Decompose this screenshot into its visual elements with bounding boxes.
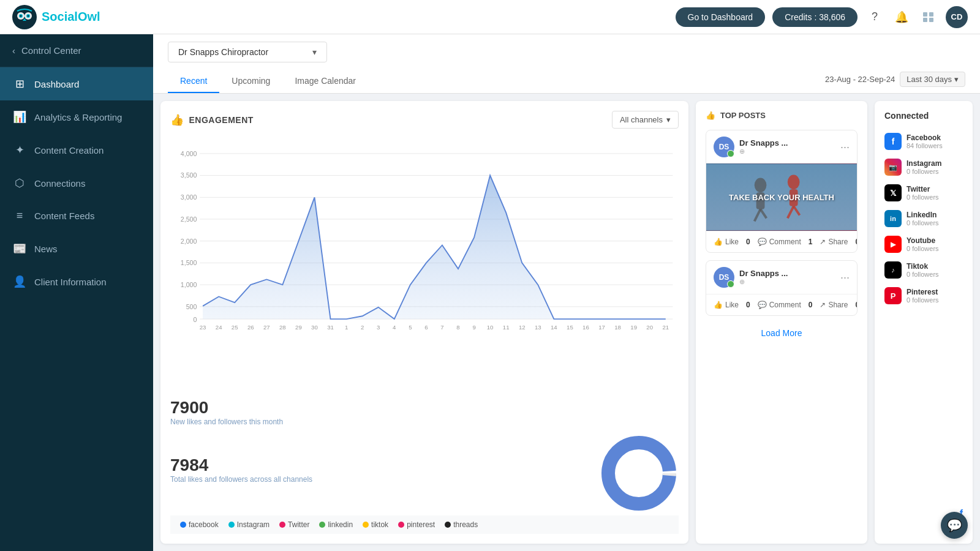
engagement-title-text: ENGAGEMENT: [189, 115, 254, 125]
logo[interactable]: SocialOwl: [12, 5, 100, 29]
post-2-author: DS Dr Snapps ... ⊕: [714, 267, 788, 288]
facebook-icon: f: [884, 133, 902, 150]
svg-text:23: 23: [200, 324, 206, 331]
grid-menu-icon[interactable]: [919, 7, 938, 27]
connected-linkedin[interactable]: in LinkedIn 0 followers: [884, 206, 963, 231]
twitter-info: Twitter 0 followers: [907, 185, 963, 201]
sidebar-label-news: News: [34, 244, 58, 254]
legend-label-facebook: facebook: [189, 520, 219, 529]
panels-row: 👍 ENGAGEMENT All channels ▾: [153, 94, 980, 551]
legend-tiktok: tiktok: [363, 520, 388, 529]
sidebar-item-analytics[interactable]: 📊 Analytics & Reporting: [0, 100, 153, 133]
svg-point-62: [755, 178, 767, 193]
sidebar: ‹ Control Center ⊞ Dashboard 📊 Analytics…: [0, 34, 153, 551]
content-area: Dr Snapps Chiropractor ▾ Recent Upcoming…: [153, 34, 980, 551]
comment-icon: 💬: [758, 238, 767, 246]
sidebar-item-news[interactable]: 📰 News: [0, 232, 153, 265]
channels-dropdown[interactable]: All channels ▾: [612, 111, 679, 129]
instagram-followers: 0 followers: [907, 168, 963, 175]
credits-button[interactable]: Credits : 38,606: [772, 7, 858, 27]
engagement-panel-header: 👍 ENGAGEMENT All channels ▾: [170, 111, 679, 129]
legend-bar: facebook Instagram Twitter linkedin: [170, 515, 679, 534]
sub-header: Dr Snapps Chiropractor ▾ Recent Upcoming…: [153, 34, 980, 94]
youtube-followers: 0 followers: [907, 245, 963, 252]
tab-image-calendar[interactable]: Image Calendar: [282, 70, 368, 93]
account-dropdown[interactable]: Dr Snapps Chiropractor ▾: [168, 42, 327, 62]
post-1-image: TAKE BACK YOUR HEALTH: [706, 163, 857, 231]
chart-svg: 4,000 3,500 3,000 2,500 2,000 1,500 1,00…: [170, 138, 679, 334]
connections-icon: ⬡: [12, 176, 27, 190]
post-2-more-button[interactable]: ···: [840, 271, 850, 284]
linkedin-info: LinkedIn 0 followers: [907, 211, 963, 227]
sidebar-item-client-info[interactable]: 👤 Client Information: [0, 265, 153, 298]
svg-point-6: [28, 15, 29, 17]
sidebar-item-dashboard[interactable]: ⊞ Dashboard: [0, 67, 153, 100]
svg-text:15: 15: [567, 324, 573, 331]
connected-youtube[interactable]: ▶ Youtube 0 followers: [884, 232, 963, 257]
connected-twitter[interactable]: 𝕏 Twitter 0 followers: [884, 181, 963, 205]
svg-text:13: 13: [535, 324, 541, 331]
go-to-dashboard-button[interactable]: Go to Dashboard: [676, 7, 766, 27]
sidebar-item-connections[interactable]: ⬡ Connections: [0, 167, 153, 200]
connected-facebook[interactable]: f Facebook 84 followers: [884, 129, 963, 154]
share-icon: ↗: [820, 238, 826, 246]
connected-instagram[interactable]: 📷 Instagram 0 followers: [884, 155, 963, 179]
chat-bubble-button[interactable]: 💬: [941, 512, 968, 539]
sidebar-label-analytics: Analytics & Reporting: [34, 112, 122, 122]
post-2-name: Dr Snapps ...: [739, 269, 788, 278]
pinterest-name: Pinterest: [907, 288, 963, 296]
facebook-name: Facebook: [907, 133, 963, 142]
sidebar-item-content-feeds[interactable]: ≡ Content Feeds: [0, 200, 153, 232]
linkedin-followers: 0 followers: [907, 219, 963, 227]
legend-instagram: Instagram: [228, 520, 270, 529]
instagram-icon: 📷: [884, 159, 902, 176]
post-card-1-header: DS Dr Snapps ... ⊕ ···: [706, 130, 857, 163]
sidebar-item-content-creation[interactable]: ✦ Content Creation: [0, 133, 153, 167]
post-2-comment-count: 0: [809, 301, 813, 309]
date-range-chevron-icon: ▾: [954, 75, 959, 84]
legend-linkedin: linkedin: [319, 520, 353, 529]
twitter-icon: 𝕏: [884, 184, 902, 201]
svg-text:0: 0: [194, 316, 197, 323]
stats-section: 7900 New likes and followers this month …: [170, 398, 679, 513]
post-2-platform-icon: ⊕: [739, 278, 788, 286]
legend-label-threads: threads: [453, 520, 478, 529]
svg-text:25: 25: [232, 324, 238, 331]
legend-threads: threads: [445, 520, 478, 529]
svg-text:4,000: 4,000: [181, 150, 197, 157]
notifications-icon[interactable]: 🔔: [892, 7, 911, 27]
svg-text:12: 12: [519, 324, 526, 331]
twitter-name: Twitter: [907, 185, 963, 193]
legend-label-pinterest: pinterest: [407, 520, 435, 529]
top-posts-title: TOP POSTS: [720, 111, 766, 120]
tab-upcoming[interactable]: Upcoming: [219, 70, 282, 93]
svg-text:26: 26: [247, 324, 254, 331]
stat1-label: New likes and followers this month: [170, 418, 679, 426]
engagement-title: 👍 ENGAGEMENT: [170, 113, 254, 127]
instagram-info: Instagram 0 followers: [907, 159, 963, 175]
post-1-name: Dr Snapps ...: [739, 138, 788, 148]
connected-panel: Connected f Facebook 84 followers 📷 Inst…: [875, 101, 973, 544]
svg-text:7: 7: [440, 324, 443, 331]
sidebar-control-center[interactable]: ‹ Control Center: [0, 34, 153, 67]
sidebar-label-content-feeds: Content Feeds: [34, 211, 94, 221]
avatar[interactable]: CD: [946, 6, 968, 28]
post-1-image-text: TAKE BACK YOUR HEALTH: [729, 193, 834, 202]
sidebar-label-client-info: Client Information: [34, 277, 107, 287]
youtube-name: Youtube: [907, 236, 963, 245]
post-1-more-button[interactable]: ···: [840, 141, 850, 154]
date-range-button[interactable]: Last 30 days ▾: [900, 72, 965, 87]
comment-label-2: Comment: [769, 301, 801, 309]
connected-pinterest[interactable]: P Pinterest 0 followers: [884, 283, 963, 308]
share-label-2: Share: [828, 301, 848, 309]
tab-recent[interactable]: Recent: [168, 70, 219, 93]
date-range-text: 23-Aug - 22-Sep-24: [825, 75, 895, 84]
svg-text:1,000: 1,000: [181, 281, 197, 288]
connected-tiktok[interactable]: ♪ Tiktok 0 followers: [884, 258, 963, 282]
load-more-button[interactable]: Load More: [706, 323, 858, 343]
legend-pinterest: pinterest: [398, 520, 435, 529]
control-center-label: Control Center: [21, 45, 81, 56]
help-icon[interactable]: ?: [865, 7, 884, 27]
tabs-and-date-row: Recent Upcoming Image Calendar 23-Aug - …: [168, 70, 965, 93]
svg-text:24: 24: [216, 324, 222, 331]
